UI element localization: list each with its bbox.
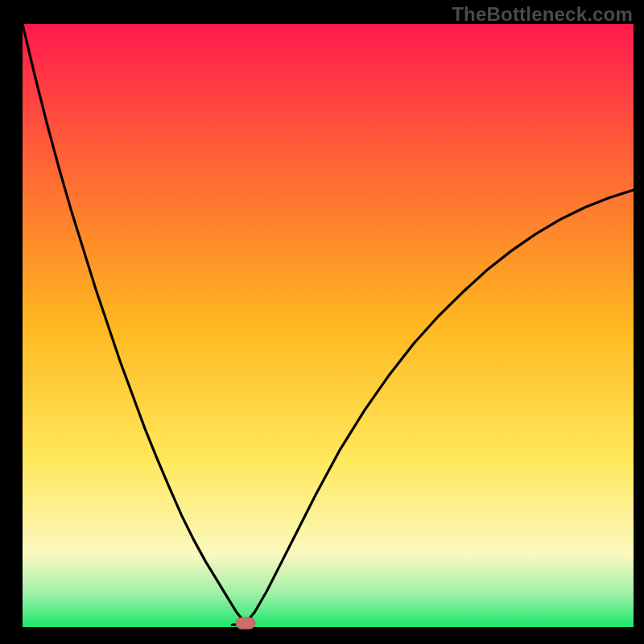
bottleneck-plot xyxy=(0,0,644,644)
plot-background xyxy=(23,24,634,627)
watermark-text: TheBottleneck.com xyxy=(452,3,633,26)
minimum-marker xyxy=(236,617,255,629)
chart-frame: TheBottleneck.com xyxy=(0,0,644,644)
